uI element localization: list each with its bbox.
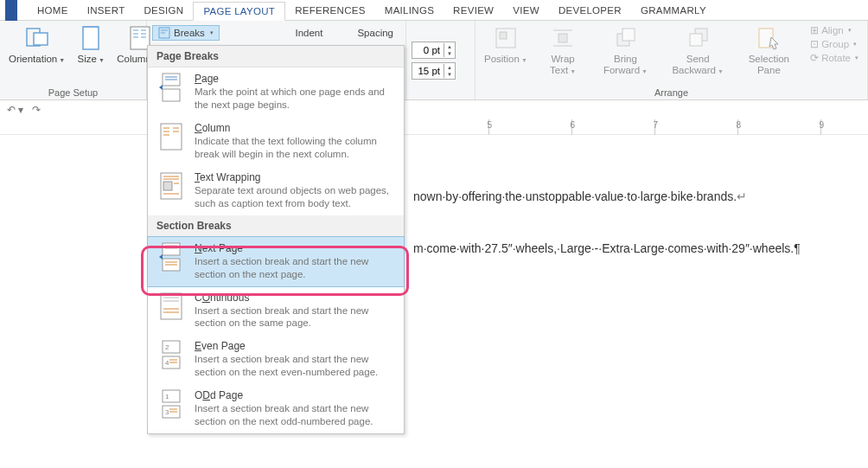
rotate-icon: ⟳ <box>810 52 819 64</box>
spacing-after-input[interactable] <box>412 66 444 76</box>
group-label-arrange: Arrange <box>481 87 862 99</box>
undo-dropdown-icon[interactable]: ↶ ▾ <box>7 104 23 116</box>
menu-item-continuous[interactable]: COntinuousInsert a section break and sta… <box>148 286 404 336</box>
tab-references[interactable]: REFERENCES <box>285 2 375 19</box>
even-page-icon: 24 <box>156 340 186 369</box>
svg-rect-2 <box>83 27 99 49</box>
spacing-before-input[interactable] <box>412 45 444 55</box>
wrap-text-button[interactable]: Wrap Text▼ <box>539 22 586 77</box>
tab-home[interactable]: HOME <box>28 2 78 19</box>
menu-item-next-page[interactable]: Next PageInsert a section break and star… <box>147 236 405 287</box>
menu-item-column[interactable]: ColumnIndicate that the text following t… <box>148 117 404 166</box>
menu-item-even-page[interactable]: 24 Even PageInsert a section break and s… <box>148 335 404 384</box>
breaks-icon <box>158 27 170 39</box>
svg-text:3: 3 <box>165 408 169 416</box>
svg-rect-14 <box>500 32 507 39</box>
svg-rect-19 <box>622 29 635 41</box>
dropdown-section-page-breaks: Page Breaks <box>148 46 404 67</box>
menu-item-text-wrapping[interactable]: Text WrappingSeparate text around object… <box>148 166 404 215</box>
group-arrange: Position▼ Wrap Text▼ Bring Forward▼ Send… <box>475 21 868 99</box>
position-button[interactable]: Position▼ <box>481 22 531 67</box>
svg-rect-24 <box>163 89 180 101</box>
tab-view[interactable]: VIEW <box>503 2 549 19</box>
wrap-text-icon <box>549 24 577 52</box>
group-spacing-values: ▲▼ ▲▼ <box>406 21 475 99</box>
group-icon: ⊡ <box>810 38 819 50</box>
bring-forward-button[interactable]: Bring Forward▼ <box>595 22 655 77</box>
spin-down-icon[interactable]: ▼ <box>444 50 455 57</box>
svg-rect-39 <box>163 243 180 255</box>
document-text-line[interactable]: m·come·with·27.5″·wheels,·Large·-·Extra·… <box>413 239 868 258</box>
svg-text:4: 4 <box>165 359 169 367</box>
indent-label: Indent <box>295 28 322 38</box>
spacing-label: Spacing <box>357 28 393 38</box>
group-label-page-setup: Page Setup <box>5 87 141 99</box>
svg-rect-1 <box>34 33 48 45</box>
tab-design[interactable]: DESIGN <box>134 2 193 19</box>
odd-page-icon: 13 <box>156 389 186 419</box>
orientation-icon <box>23 24 51 52</box>
selection-pane-icon <box>755 24 782 52</box>
document-area[interactable]: nown·by·offering·the·unstoppable·value·t… <box>0 135 868 259</box>
app-icon <box>5 0 17 21</box>
tab-developer[interactable]: DEVELOPER <box>549 2 631 19</box>
spacing-before-spinner[interactable]: ▲▼ <box>412 42 456 59</box>
text-wrapping-icon <box>156 171 186 201</box>
spin-up-icon[interactable]: ▲ <box>444 43 455 50</box>
svg-text:1: 1 <box>165 393 169 401</box>
send-backward-icon <box>684 24 712 52</box>
page-break-icon <box>156 73 186 102</box>
send-backward-button[interactable]: Send Backward▼ <box>665 22 731 77</box>
spin-up-icon[interactable]: ▲ <box>444 64 455 71</box>
svg-rect-15 <box>558 34 567 42</box>
position-icon <box>492 24 520 52</box>
continuous-icon <box>156 292 186 321</box>
group-button[interactable]: ⊡Group▾ <box>810 38 858 50</box>
tab-insert[interactable]: INSERT <box>78 2 135 19</box>
breaks-dropdown: Page Breaks PageMark the point at which … <box>147 45 405 434</box>
selection-pane-button[interactable]: Selection Pane <box>740 22 799 77</box>
align-icon: ⊞ <box>810 24 819 36</box>
breaks-button[interactable]: Breaks▾ <box>152 25 220 41</box>
align-button[interactable]: ⊞Align▾ <box>810 24 858 36</box>
tab-mailings[interactable]: MAILINGS <box>375 2 444 19</box>
svg-text:2: 2 <box>165 343 169 351</box>
size-button[interactable]: Size▼ <box>73 22 108 67</box>
orientation-button[interactable]: Orientation▼ <box>5 22 68 67</box>
ruler[interactable] <box>0 119 868 135</box>
ribbon-tabs: HOME INSERT DESIGN PAGE LAYOUT REFERENCE… <box>0 0 868 21</box>
spin-down-icon[interactable]: ▼ <box>444 71 455 78</box>
svg-rect-21 <box>690 34 702 46</box>
size-icon <box>77 24 105 52</box>
redo-icon[interactable]: ↷ <box>32 104 41 116</box>
next-page-icon <box>156 242 186 272</box>
column-break-icon <box>156 122 186 151</box>
spacing-after-spinner[interactable]: ▲▼ <box>412 62 456 80</box>
quick-access-row: ↶ ▾ ↷ <box>0 100 868 119</box>
dropdown-section-section-breaks: Section Breaks <box>148 215 404 237</box>
tab-page-layout[interactable]: PAGE LAYOUT <box>193 2 285 21</box>
svg-rect-34 <box>163 182 172 190</box>
menu-item-odd-page[interactable]: 13 ODd PageInsert a section break and st… <box>148 384 404 433</box>
document-text-line[interactable]: nown·by·offering·the·unstoppable·value·t… <box>413 187 868 206</box>
bring-forward-icon <box>611 24 639 52</box>
menu-item-page[interactable]: PageMark the point at which one page end… <box>148 67 404 117</box>
group-page-setup: Orientation▼ Size▼ Columns▼ Page Setup <box>0 21 147 99</box>
rotate-button[interactable]: ⟳Rotate▾ <box>810 52 858 64</box>
ribbon: Orientation▼ Size▼ Columns▼ Page Setup B… <box>0 21 868 100</box>
tab-grammarly[interactable]: GRAMMARLY <box>631 2 716 19</box>
tab-review[interactable]: REVIEW <box>444 2 503 19</box>
